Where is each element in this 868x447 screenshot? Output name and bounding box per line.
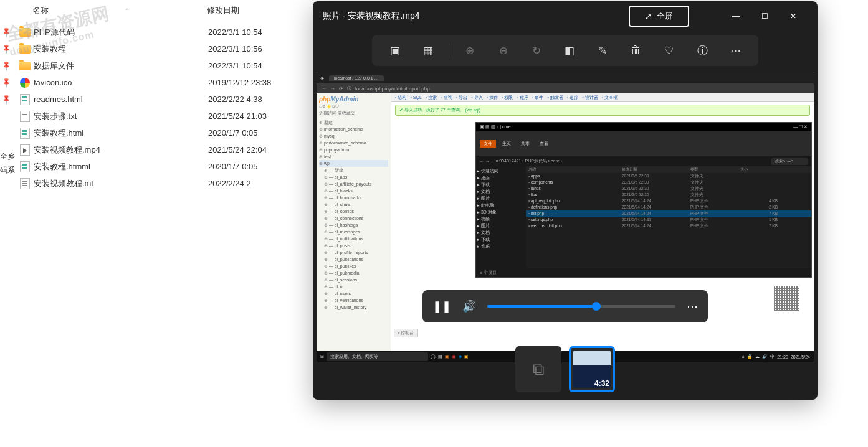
- file-row[interactable]: 安装教程.htmml 2020/1/7 0:05: [0, 158, 312, 175]
- db-tree-node: — cl_publikes: [319, 263, 388, 270]
- column-date-header[interactable]: 修改日期: [207, 6, 239, 15]
- pma-tab: ▫ 触发器: [547, 95, 563, 101]
- info-icon[interactable]: ⓘ: [690, 44, 715, 58]
- file-row[interactable]: 📌 数据库文件 2022/3/1 10:54: [0, 57, 312, 74]
- db-tree-node: — cl_pubmedia: [319, 270, 388, 276]
- folder-icon: [19, 45, 31, 54]
- file-row[interactable]: 📌 安装教程 2022/3/1 10:56: [0, 40, 312, 57]
- db-tree-node: — cl_notifications: [319, 235, 388, 242]
- inner-file-row: ▫ api_req_init.php2021/5/24 14:24PHP 文件4…: [526, 198, 811, 204]
- db-tree-node: — cl_verifications: [319, 297, 388, 304]
- file-row[interactable]: 安装视频教程.mp4 2021/5/24 22:04: [0, 141, 312, 158]
- html-icon: [20, 161, 30, 172]
- sort-indicator-icon: ⌃: [125, 7, 130, 14]
- nav-item: ▸ 文档: [477, 188, 525, 195]
- zoom-in-icon[interactable]: ⊕: [457, 44, 482, 57]
- db-tree-node: — cl_affiliate_payouts: [319, 181, 388, 187]
- file-row[interactable]: 安装视频教程.ml 2022/2/24 2: [0, 175, 312, 192]
- favicon-icon: [20, 78, 30, 88]
- close-button[interactable]: ✕: [779, 6, 808, 26]
- crop-icon[interactable]: ◧: [557, 44, 582, 57]
- db-tree-node: — cl_connections: [319, 215, 388, 222]
- delete-icon[interactable]: 🗑: [624, 44, 649, 57]
- pma-tab: ▫ 导出: [456, 95, 467, 101]
- pma-tab: ▫ 文本框: [602, 95, 618, 101]
- file-name: 安装视频教程.mp4: [34, 144, 208, 156]
- file-date: 2019/12/12 23:38: [208, 78, 302, 87]
- mp4-icon: [20, 144, 30, 156]
- inner-file-explorer: ▣ ▤ ▥ ↕ | core— ☐ ✕ 文件主页共享查看 ← → ↑ « 904…: [475, 122, 812, 278]
- filmstrip: ⧉ 4:32: [515, 346, 615, 392]
- file-row[interactable]: 安装教程.html 2020/1/7 0:05: [0, 125, 312, 141]
- photos-toolbar: ▣ ▦ ⊕ ⊖ ↻ ◧ ✎ 🗑 ♡ ⓘ ⋯: [372, 35, 758, 66]
- side-label: 码系: [0, 163, 15, 177]
- file-date: 2022/3/1 10:56: [208, 44, 302, 54]
- html-icon: [20, 128, 30, 139]
- titlebar: 照片 - 安装视频教程.mp4 ⤢ 全屏 — ☐ ✕: [313, 1, 818, 31]
- expand-icon: ⤢: [645, 12, 652, 21]
- file-date: 2021/5/24 21:03: [208, 111, 302, 121]
- favorite-icon[interactable]: ♡: [657, 44, 682, 57]
- column-name-header[interactable]: 名称: [32, 5, 49, 16]
- nav-item: ▸ 此电脑: [477, 202, 525, 209]
- explorer-columns-header: 名称 修改日期 ⌃: [0, 0, 312, 21]
- pin-icon: 📌: [0, 26, 12, 38]
- draw-icon[interactable]: ✎: [590, 44, 615, 57]
- ribbon-tab: 文件: [480, 140, 496, 148]
- side-label: 全乡: [0, 149, 15, 163]
- db-tree-node: phpmyadmin: [319, 146, 388, 153]
- txt-icon: [20, 178, 30, 189]
- db-tree-node: — cl_configs: [319, 208, 388, 215]
- db-tree-node: — cl_messages: [319, 228, 388, 235]
- photos-app-window: 照片 - 安装视频教程.mp4 ⤢ 全屏 — ☐ ✕ ▣ ▦ ⊕ ⊖ ↻ ◧ ✎…: [313, 1, 818, 400]
- pin-icon: 📌: [0, 77, 12, 88]
- progress-thumb[interactable]: [592, 302, 601, 311]
- image-icon[interactable]: ▣: [383, 44, 408, 57]
- player-more-button[interactable]: ⋯: [687, 299, 698, 313]
- file-list: 📌 PHP源代码 2022/3/1 10:54📌 安装教程 2022/3/1 1…: [0, 21, 312, 192]
- fullscreen-button[interactable]: ⤢ 全屏: [629, 6, 689, 27]
- maximize-button[interactable]: ☐: [750, 6, 779, 26]
- folder-icon: [19, 62, 31, 70]
- volume-button[interactable]: 🔊: [462, 299, 476, 313]
- db-tree-node: — cl_users: [319, 290, 388, 297]
- import-success-message: ✔ 导入成功，执行了 77 个查询。 (wp.sql): [395, 105, 810, 116]
- progress-bar[interactable]: [487, 305, 675, 308]
- inner-file-row: ▫ libs2021/3/5 22:30文件夹: [526, 192, 811, 198]
- inner-file-row: ▫ settings.php2021/5/24 14:31PHP 文件1 KB: [526, 217, 811, 223]
- filmstrip-current[interactable]: 4:32: [569, 346, 615, 392]
- zoom-out-icon[interactable]: ⊖: [491, 44, 516, 57]
- file-date: 2022/3/1 10:54: [208, 27, 302, 37]
- gallery-icon[interactable]: ▦: [416, 44, 441, 57]
- file-row[interactable]: 安装步骤.txt 2021/5/24 21:03: [0, 108, 312, 125]
- fullscreen-label: 全屏: [657, 11, 673, 22]
- pma-tab: ▫ 追踪: [567, 95, 578, 101]
- db-tree-node: — cl_chats: [319, 201, 388, 208]
- rotate-icon[interactable]: ↻: [524, 44, 549, 57]
- db-tree-node: information_schema: [319, 126, 388, 133]
- file-row[interactable]: 📌 favicon.ico 2019/12/12 23:38: [0, 74, 312, 91]
- pma-tab: ▫ 事件: [532, 95, 543, 101]
- pma-tab: ▫ 查询: [441, 95, 452, 101]
- file-date: 2021/5/24 22:04: [208, 145, 302, 154]
- file-row[interactable]: 📌 PHP源代码 2022/3/1 10:54: [0, 24, 312, 40]
- pin-icon: 📌: [0, 60, 12, 72]
- filmstrip-prev[interactable]: ⧉: [515, 346, 561, 392]
- db-tree-node: — cl_bookmarks: [319, 194, 388, 201]
- db-tree-node: — cl_ads: [319, 174, 388, 181]
- minimize-button[interactable]: —: [722, 6, 750, 26]
- ribbon-tab: 共享: [517, 140, 533, 148]
- db-tree-node: wp: [319, 160, 388, 167]
- image-placeholder-icon: ⧉: [533, 360, 545, 379]
- pma-tab: ▫ 程序: [517, 95, 528, 101]
- more-icon[interactable]: ⋯: [723, 44, 748, 57]
- pin-icon: 📌: [0, 43, 12, 55]
- pause-button[interactable]: ❚❚: [432, 299, 451, 313]
- inner-nav-pane: ▸ 快速访问▸ 桌面▸ 下载▸ 文档▸ 图片▸ 此电脑▸ 3D 对象▸ 视频▸ …: [476, 166, 526, 268]
- inner-explorer-title: core: [502, 125, 511, 129]
- file-row[interactable]: 📌 readmes.html 2022/2/22 4:38: [0, 91, 312, 108]
- file-name: readmes.html: [34, 95, 208, 104]
- db-tree-node: — cl_ui: [319, 283, 388, 290]
- db-tree-node: — cl_profile_reports: [319, 249, 388, 256]
- inner-file-row: ▫ init.php2021/5/24 14:24PHP 文件7 KB: [526, 210, 811, 217]
